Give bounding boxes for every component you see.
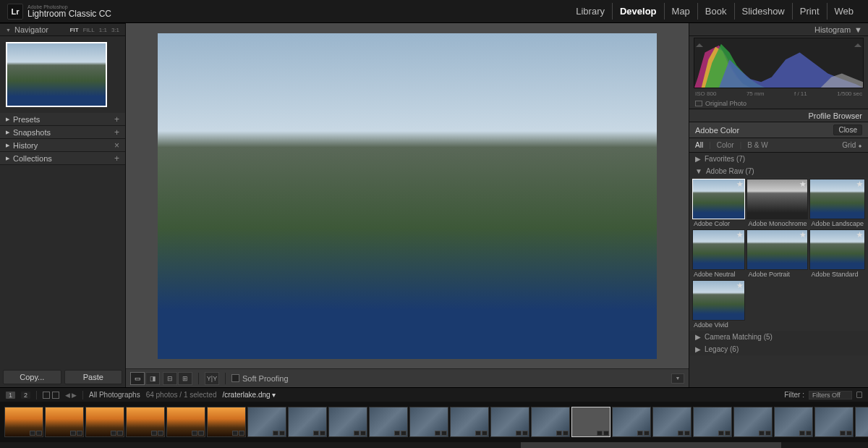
navigator-header[interactable]: ▼ Navigator FIT FILL 1:1 3:1 [0,23,125,36]
filmstrip-thumb[interactable] [166,407,205,437]
profile-adobe-portrait[interactable]: Adobe Portrait [746,229,808,279]
zoom-fill[interactable]: FILL [83,27,95,33]
filmstrip-thumb[interactable] [369,407,408,437]
current-filename[interactable]: /craterlake.dng ▾ [223,391,276,399]
filmstrip-thumb[interactable] [328,407,367,437]
original-photo-row[interactable]: Original Photo [689,98,868,109]
filmstrip-thumb[interactable] [652,407,692,437]
filmstrip-thumb[interactable] [774,407,813,437]
shadow-clip-icon[interactable] [696,40,703,47]
profile-grid: Adobe Color Adobe Monochrome Adobe Lands… [689,177,868,331]
filmstrip-thumb[interactable] [126,407,165,437]
filmstrip-thumb[interactable] [814,407,854,437]
legacy-section[interactable]: ▶ Legacy (6) [689,343,868,355]
app-name: Lightroom Classic CC [27,9,111,18]
filmstrip-thumb[interactable] [85,407,124,437]
filmstrip-thumb[interactable] [612,407,651,437]
favorite-star-icon[interactable] [856,181,863,187]
favorite-star-icon[interactable] [736,181,743,187]
filmstrip-thumb[interactable] [4,407,43,437]
view-mode-select[interactable]: Grid ⬥ [842,141,862,149]
clear-history-icon[interactable]: × [114,140,119,151]
filmstrip-thumb[interactable] [855,407,868,437]
second-monitor-2[interactable]: 2 [21,392,30,399]
copy-button[interactable]: Copy... [3,370,61,384]
before-after-split-icon[interactable]: ⊞ [178,372,192,385]
zoom-3to1[interactable]: 3:1 [111,27,119,33]
main-image[interactable] [158,33,657,359]
module-develop[interactable]: Develop [612,3,664,20]
close-button[interactable]: Close [833,124,862,135]
filmstrip-thumb[interactable] [45,407,84,437]
module-library[interactable]: Library [569,3,612,20]
before-after-tb-icon[interactable]: ⊟ [163,372,177,385]
add-collection-icon[interactable]: + [114,153,119,164]
profile-adobe-neutral[interactable]: Adobe Neutral [692,229,745,279]
nav-back-icon[interactable]: ◀ [65,392,70,399]
filmstrip-scrollbar[interactable] [0,442,868,448]
profile-adobe-color[interactable]: Adobe Color [692,179,745,228]
grid-large-icon[interactable] [52,392,59,399]
history-panel[interactable]: ▶ History × [0,139,125,152]
favorite-star-icon[interactable] [856,232,863,238]
navigator-thumbnail[interactable] [6,42,107,107]
module-slideshow[interactable]: Slideshow [734,3,792,20]
filmstrip-thumb[interactable] [288,407,327,437]
add-snapshot-icon[interactable]: + [114,127,119,138]
filmstrip-thumb[interactable] [571,407,610,437]
filter-color[interactable]: Color [717,141,734,149]
zoom-1to1[interactable]: 1:1 [99,27,107,33]
camera-matching-section[interactable]: ▶ Camera Matching (5) [689,331,868,343]
collections-panel[interactable]: ▶ Collections + [0,152,125,165]
filmstrip-thumb[interactable] [450,407,489,437]
source-label[interactable]: All Photographs [89,391,140,399]
nav-fwd-icon[interactable]: ▶ [72,392,77,399]
module-map[interactable]: Map [664,3,697,20]
profile-adobe-monochrome[interactable]: Adobe Monochrome [746,179,808,228]
presets-panel[interactable]: ▶ Presets + [0,113,125,126]
filmstrip-thumb[interactable] [733,407,773,437]
profile-adobe-vivid[interactable]: Adobe Vivid [692,280,745,329]
filter-select[interactable]: Filters Off [809,391,852,400]
navigator-preview[interactable] [0,36,125,113]
before-after-lr-icon[interactable]: ◨ [145,372,160,385]
filmstrip-thumb[interactable] [207,407,246,437]
filter-bw[interactable]: B & W [747,141,767,149]
loupe-view-icon[interactable]: ▭ [130,372,145,385]
favorites-section[interactable]: ▶ Favorites (7) [689,153,868,165]
filmstrip-thumb[interactable] [490,407,529,437]
soft-proofing-label: Soft Proofing [242,374,289,383]
add-preset-icon[interactable]: + [114,114,119,124]
favorite-star-icon[interactable] [736,282,743,289]
filter-all[interactable]: All [695,141,703,149]
favorite-star-icon[interactable] [799,181,806,187]
favorite-star-icon[interactable] [736,232,743,238]
filmstrip-thumb[interactable] [409,407,448,437]
filmstrip-thumb[interactable] [247,407,286,437]
zoom-fit[interactable]: FIT [70,27,79,33]
filmstrip-thumb[interactable] [531,407,570,437]
grid-small-icon[interactable] [43,392,50,399]
adobe-raw-section[interactable]: ▼ Adobe Raw (7) [689,165,868,177]
swap-icon[interactable]: Y|Y [205,372,219,385]
filmstrip[interactable] [0,402,868,442]
toolbar-menu-icon[interactable]: ▼ [671,373,684,384]
favorite-star-icon[interactable] [799,232,806,238]
highlight-clip-icon[interactable] [854,40,861,47]
filter-lock-icon[interactable] [856,392,862,398]
paste-button[interactable]: Paste [64,370,123,384]
module-print[interactable]: Print [792,3,827,20]
presets-label: Presets [13,115,40,124]
profile-adobe-landscape[interactable]: Adobe Landscape [809,179,865,228]
histogram-header[interactable]: Histogram ▼ [689,23,868,36]
histogram[interactable] [694,38,864,88]
scrollbar-thumb[interactable] [521,442,781,448]
second-monitor-1[interactable]: 1 [6,392,15,399]
module-book[interactable]: Book [697,3,734,20]
snapshots-panel[interactable]: ▶ Snapshots + [0,126,125,139]
canvas[interactable] [126,23,689,368]
profile-adobe-standard[interactable]: Adobe Standard [809,229,865,279]
module-web[interactable]: Web [827,3,861,20]
soft-proofing-checkbox[interactable] [231,374,239,382]
filmstrip-thumb[interactable] [693,407,732,437]
